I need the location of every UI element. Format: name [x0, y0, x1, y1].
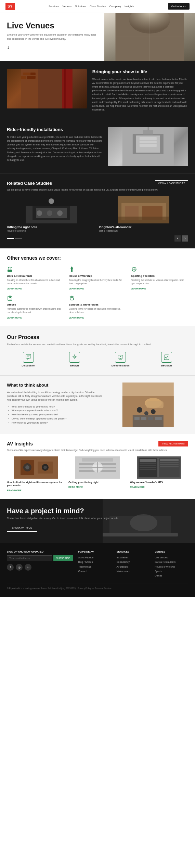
learn-more-offices[interactable]: LEARN MORE [7, 316, 22, 319]
linkedin-icon[interactable]: in [25, 564, 31, 571]
venue-desc-bars: Creating an atmosphere for all ambiences… [7, 278, 64, 285]
rider-section: Rider-friendly installations To make sur… [0, 120, 195, 173]
scroll-arrow[interactable]: ↓ [7, 44, 98, 50]
learn-more-bars[interactable]: LEARN MORE [7, 287, 22, 290]
get-in-touch-button[interactable]: Get in touch [168, 3, 190, 10]
svg-rect-35 [11, 268, 11, 270]
hero-title: Live Venues [7, 21, 98, 30]
svg-rect-18 [140, 141, 157, 143]
think-image [108, 383, 188, 427]
office-icon [7, 295, 64, 302]
svg-rect-52 [164, 355, 169, 360]
think-item-0: What sort of shows do you want to host? [12, 405, 103, 409]
carousel-controls: ‹ › [7, 235, 188, 242]
venue-item-bars: Bars & Restaurants Creating an atmospher… [7, 266, 64, 290]
facebook-icon[interactable]: f [7, 564, 14, 571]
svg-rect-91 [160, 464, 179, 465]
svg-point-23 [37, 210, 42, 216]
svg-rect-9 [27, 76, 36, 79]
svg-rect-34 [9, 268, 9, 270]
nav-solutions[interactable]: Solutions [75, 5, 86, 8]
process-section: Our Process Each of our installs for ven… [0, 326, 195, 375]
insights-header: AV Insights VIEW ALL INSIGHTS [7, 441, 188, 446]
insights-description: Our team of AV experts are always happy … [7, 449, 188, 452]
footer-link-contact[interactable]: Contact [78, 569, 112, 573]
svg-rect-40 [9, 297, 10, 298]
demo-icon [115, 352, 126, 363]
footer-signup-title: SIGN UP AND STAY UPDATED [7, 550, 73, 553]
read-more-0[interactable]: READ MORE [7, 489, 22, 492]
footer-email-input[interactable] [7, 555, 52, 561]
footer-link-installation[interactable]: Installation [117, 555, 150, 560]
nav-logo[interactable]: SY [5, 3, 15, 10]
rider-text: Rider-friendly installations To make sur… [7, 127, 103, 166]
learn-more-worship[interactable]: LEARN MORE [69, 287, 84, 290]
footer-signup: SIGN UP AND STAY UPDATED SUBSCRIBE f ◎ i… [7, 550, 73, 571]
footer-subscribe-button[interactable]: SUBSCRIBE [53, 555, 73, 561]
footer-link-avdesign[interactable]: AV Design [117, 565, 150, 569]
footer-link-about[interactable]: About Flipside [78, 555, 112, 560]
footer-bottom: © Flipside AV is a trading name of Anavo… [7, 583, 188, 590]
case-card-0: Hitting the right note House of Worship [7, 196, 96, 232]
speak-with-us-button[interactable]: SPEAK WITH US [7, 524, 37, 532]
process-steps: Discussion Design Demonstration Decision [7, 352, 188, 367]
insights-title: AV Insights [7, 441, 33, 446]
read-more-2[interactable]: READ MORE [130, 486, 145, 488]
bringing-image [7, 69, 87, 108]
nav-services[interactable]: Services [49, 5, 59, 8]
view-all-insights-button[interactable]: VIEW ALL INSIGHTS [158, 441, 188, 446]
footer-link-consultancy[interactable]: Consultancy [117, 560, 150, 564]
nav-venues[interactable]: Venues [63, 5, 72, 8]
footer-link-sports[interactable]: Sports [155, 569, 188, 573]
hero-image-svg [104, 13, 195, 61]
venue-desc-offices: Providing systems for meetings with pres… [7, 307, 64, 314]
carousel-next-button[interactable]: › [182, 235, 188, 242]
footer-link-blog[interactable]: Blog / Articles [78, 560, 112, 564]
footer-link-bars[interactable]: Bars & Restaurants [155, 560, 188, 564]
navigation: SY Services Venues Solutions Case Studie… [0, 0, 195, 13]
dot-2[interactable] [15, 238, 22, 239]
svg-point-68 [25, 465, 29, 469]
dot-1[interactable] [7, 238, 14, 239]
svg-rect-19 [140, 144, 157, 147]
footer-link-worship[interactable]: Houses of Worship [155, 565, 188, 569]
restaurant-icon [7, 266, 64, 273]
bringing-title: Bringing your show to life [92, 69, 188, 75]
case-card-1-title: Brighton's all-rounder [99, 225, 188, 229]
rider-title: Rider-friendly installations [7, 127, 103, 132]
footer-col-venues: VENUES Live Venues Bars & Restaurants Ho… [155, 550, 188, 578]
learn-more-sport[interactable]: LEARN MORE [131, 287, 146, 290]
step-label-decision: Decision [145, 364, 188, 367]
nav-insights[interactable]: Insights [125, 5, 134, 8]
footer-link-maintenance[interactable]: Maintenance [117, 569, 150, 573]
footer-link-testimonials[interactable]: Testimonials [78, 565, 112, 569]
bringing-text: Bringing your show to life When it comes… [92, 69, 188, 112]
svg-rect-85 [140, 465, 156, 466]
insight-image-2 [130, 456, 188, 479]
view-all-case-studies-button[interactable]: VIEW ALL CASE STUDIES [155, 180, 188, 186]
insight-image-1 [68, 456, 127, 479]
case-card-0-subtitle: House of Worship [7, 230, 96, 232]
svg-rect-62 [141, 417, 146, 420]
footer-link-live[interactable]: Live Venues [155, 555, 188, 560]
instagram-icon[interactable]: ◎ [16, 564, 23, 571]
process-description: Each of our installs for venues and are … [7, 342, 188, 346]
nav-case-studies[interactable]: Case Studies [90, 5, 106, 8]
svg-rect-86 [140, 467, 156, 468]
school-icon [69, 295, 126, 302]
rider-body: To make sure your productions are profit… [7, 135, 103, 162]
svg-rect-90 [160, 462, 179, 463]
cta-content: Have a project in mind? Contact us for n… [0, 499, 195, 540]
nav-company[interactable]: Company [109, 5, 121, 8]
venue-name-offices: Offices [7, 303, 64, 306]
carousel-prev-button[interactable]: ‹ [174, 235, 181, 242]
venues-section: Other venues we cover: Bars & Restaurant… [0, 248, 195, 326]
case-studies-description: We are proud to have created custom audi… [7, 188, 188, 192]
step-label-discussion: Discussion [7, 364, 50, 367]
svg-rect-61 [134, 417, 140, 420]
footer-link-offices[interactable]: Offices [155, 573, 188, 578]
read-more-1[interactable]: READ MORE [68, 486, 83, 488]
footer-col-venues-title: VENUES [155, 550, 188, 553]
svg-point-59 [151, 409, 156, 414]
learn-more-schools[interactable]: LEARN MORE [69, 316, 84, 319]
